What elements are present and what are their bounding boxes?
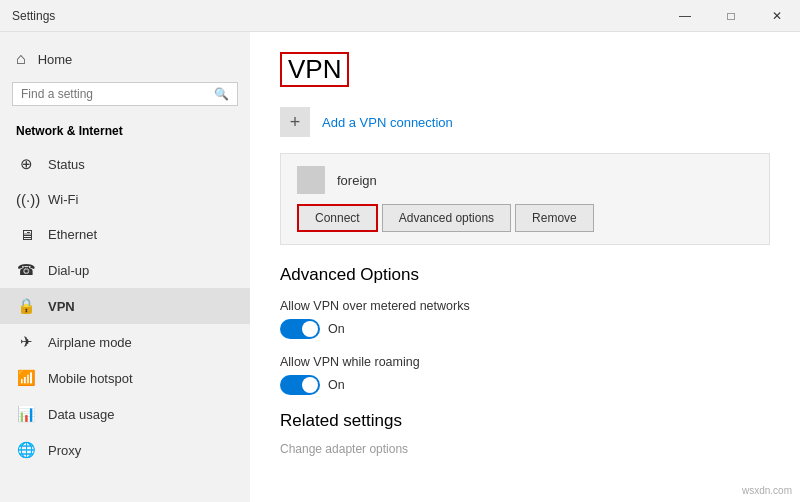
sidebar-item-label: Status <box>48 157 85 172</box>
sidebar-item-label: Proxy <box>48 443 81 458</box>
option1-label: Allow VPN over metered networks <box>280 299 770 313</box>
sidebar-item-home[interactable]: ⌂ Home <box>0 40 250 78</box>
sidebar-item-dialup[interactable]: ☎ Dial-up <box>0 252 250 288</box>
remove-button[interactable]: Remove <box>515 204 594 232</box>
ethernet-icon: 🖥 <box>16 226 36 243</box>
change-adapter-link[interactable]: Change adapter options <box>280 442 408 456</box>
minimize-button[interactable]: — <box>662 0 708 32</box>
related-settings-section: Related settings Change adapter options <box>280 411 770 456</box>
maximize-button[interactable]: □ <box>708 0 754 32</box>
option2-label: Allow VPN while roaming <box>280 355 770 369</box>
status-icon: ⊕ <box>16 155 36 173</box>
sidebar-item-vpn[interactable]: 🔒 VPN <box>0 288 250 324</box>
sidebar-item-status[interactable]: ⊕ Status <box>0 146 250 182</box>
search-input[interactable] <box>21 87 214 101</box>
window-controls: — □ ✕ <box>662 0 800 31</box>
add-vpn-label[interactable]: Add a VPN connection <box>322 115 453 130</box>
sidebar-item-data[interactable]: 📊 Data usage <box>0 396 250 432</box>
vpn-icon: 🔒 <box>16 297 36 315</box>
vpn-buttons: Connect Advanced options Remove <box>297 204 753 232</box>
advanced-options-title: Advanced Options <box>280 265 770 285</box>
home-label: Home <box>38 52 73 67</box>
sidebar-item-label: Data usage <box>48 407 115 422</box>
search-icon: 🔍 <box>214 87 229 101</box>
sidebar-item-label: Airplane mode <box>48 335 132 350</box>
toggle1-label: On <box>328 322 345 336</box>
toggle2-label: On <box>328 378 345 392</box>
app-container: ⌂ Home 🔍 Network & Internet ⊕ Status ((·… <box>0 32 800 502</box>
home-icon: ⌂ <box>16 50 26 68</box>
titlebar: Settings — □ ✕ <box>0 0 800 32</box>
add-vpn-icon: + <box>280 107 310 137</box>
sidebar-item-label: Mobile hotspot <box>48 371 133 386</box>
add-vpn-row[interactable]: + Add a VPN connection <box>280 107 770 137</box>
advanced-options-button[interactable]: Advanced options <box>382 204 511 232</box>
wifi-icon: ((·)) <box>16 191 36 208</box>
page-title: VPN <box>280 52 349 87</box>
vpn-entry: foreign Connect Advanced options Remove <box>280 153 770 245</box>
toggle-roaming[interactable] <box>280 375 320 395</box>
vpn-entry-row: foreign <box>297 166 753 194</box>
app-title: Settings <box>12 9 55 23</box>
hotspot-icon: 📶 <box>16 369 36 387</box>
sidebar-item-hotspot[interactable]: 📶 Mobile hotspot <box>0 360 250 396</box>
vpn-entry-icon <box>297 166 325 194</box>
sidebar-item-label: VPN <box>48 299 75 314</box>
sidebar-item-label: Ethernet <box>48 227 97 242</box>
sidebar-item-label: Wi-Fi <box>48 192 78 207</box>
main-content: VPN + Add a VPN connection foreign Conne… <box>250 32 800 502</box>
connect-button[interactable]: Connect <box>297 204 378 232</box>
sidebar-item-ethernet[interactable]: 🖥 Ethernet <box>0 217 250 252</box>
advanced-options-section: Advanced Options Allow VPN over metered … <box>280 265 770 395</box>
sidebar-item-proxy[interactable]: 🌐 Proxy <box>0 432 250 468</box>
toggle-metered[interactable] <box>280 319 320 339</box>
sidebar-item-label: Dial-up <box>48 263 89 278</box>
sidebar: ⌂ Home 🔍 Network & Internet ⊕ Status ((·… <box>0 32 250 502</box>
section-title: Network & Internet <box>0 118 250 146</box>
related-settings-title: Related settings <box>280 411 770 431</box>
watermark: wsxdn.com <box>742 485 792 496</box>
dialup-icon: ☎ <box>16 261 36 279</box>
toggle-row-1: On <box>280 319 770 339</box>
toggle-row-2: On <box>280 375 770 395</box>
sidebar-item-wifi[interactable]: ((·)) Wi-Fi <box>0 182 250 217</box>
search-box[interactable]: 🔍 <box>12 82 238 106</box>
vpn-entry-name: foreign <box>337 173 377 188</box>
proxy-icon: 🌐 <box>16 441 36 459</box>
close-button[interactable]: ✕ <box>754 0 800 32</box>
sidebar-item-airplane[interactable]: ✈ Airplane mode <box>0 324 250 360</box>
data-icon: 📊 <box>16 405 36 423</box>
airplane-icon: ✈ <box>16 333 36 351</box>
